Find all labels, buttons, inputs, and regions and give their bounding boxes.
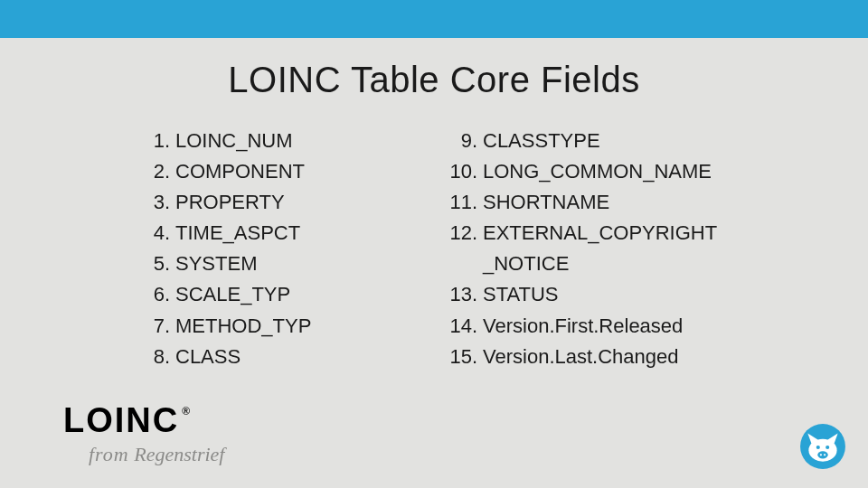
item-label: LOINC_NUM — [175, 126, 434, 156]
item-label: CLASS — [175, 342, 434, 372]
list-item: 5.SYSTEM — [136, 249, 434, 279]
item-label: STATUS — [483, 279, 823, 310]
field-list-left: 1.LOINC_NUM 2.COMPONENT 3.PROPERTY 4.TIM… — [136, 126, 434, 372]
svg-point-5 — [820, 454, 822, 455]
accent-bar — [0, 0, 868, 38]
item-number: 15. — [443, 342, 483, 372]
item-label: SYSTEM — [175, 249, 434, 279]
svg-point-4 — [817, 451, 827, 458]
item-number: 9. — [443, 126, 483, 156]
field-list-right: 9.CLASSTYPE 10.LONG_COMMON_NAME 11.SHORT… — [443, 126, 823, 372]
item-number: 1. — [136, 126, 175, 156]
svg-point-6 — [824, 454, 826, 455]
brand-footer: LOINC ® from Regenstrief — [63, 403, 224, 466]
content-columns: 1.LOINC_NUM 2.COMPONENT 3.PROPERTY 4.TIM… — [0, 126, 868, 372]
list-item: 4.TIME_ASPCT — [136, 218, 434, 249]
item-number: 6. — [136, 279, 175, 310]
item-number: 12. — [443, 218, 483, 249]
item-number: 14. — [443, 311, 483, 342]
item-label: Version.First.Released — [483, 311, 823, 342]
item-label: Version.Last.Changed — [483, 342, 823, 372]
item-label: METHOD_TYP — [175, 311, 434, 342]
list-item: 2.COMPONENT — [136, 156, 434, 187]
item-number: 13. — [443, 279, 483, 310]
brand-tagline: from Regenstrief — [89, 443, 224, 466]
item-number: 2. — [136, 156, 175, 187]
list-item: 3.PROPERTY — [136, 187, 434, 218]
list-item: 15.Version.Last.Changed — [443, 342, 823, 372]
item-number: 8. — [136, 342, 175, 372]
item-number: 7. — [136, 311, 175, 342]
item-label: TIME_ASPCT — [175, 218, 434, 249]
list-item: 8.CLASS — [136, 342, 434, 372]
pig-icon — [799, 423, 846, 470]
list-item-continuation: _NOTICE — [443, 249, 823, 279]
brand-logo-text: LOINC — [63, 403, 179, 437]
item-label: EXTERNAL_COPYRIGHT — [483, 218, 823, 249]
item-label: SCALE_TYP — [175, 279, 434, 310]
list-item: 1.LOINC_NUM — [136, 126, 434, 156]
item-label: COMPONENT — [175, 156, 434, 187]
list-item: 9.CLASSTYPE — [443, 126, 823, 156]
item-label: LONG_COMMON_NAME — [483, 156, 823, 187]
svg-point-2 — [816, 446, 820, 449]
list-item: 14.Version.First.Released — [443, 311, 823, 342]
svg-point-3 — [826, 446, 829, 449]
list-item: 12.EXTERNAL_COPYRIGHT — [443, 218, 823, 249]
item-label: CLASSTYPE — [483, 126, 823, 156]
list-item: 6.SCALE_TYP — [136, 279, 434, 310]
list-item: 13.STATUS — [443, 279, 823, 310]
item-number: 11. — [443, 187, 483, 218]
slide-title: LOINC Table Core Fields — [0, 60, 868, 100]
list-item: 10.LONG_COMMON_NAME — [443, 156, 823, 187]
list-item: 11.SHORTNAME — [443, 187, 823, 218]
registered-mark: ® — [182, 405, 190, 418]
item-number: 5. — [136, 249, 175, 279]
item-number: 10. — [443, 156, 483, 187]
item-number: 3. — [136, 187, 175, 218]
item-label: SHORTNAME — [483, 187, 823, 218]
list-item: 7.METHOD_TYP — [136, 311, 434, 342]
item-number: 4. — [136, 218, 175, 249]
item-label: PROPERTY — [175, 187, 434, 218]
